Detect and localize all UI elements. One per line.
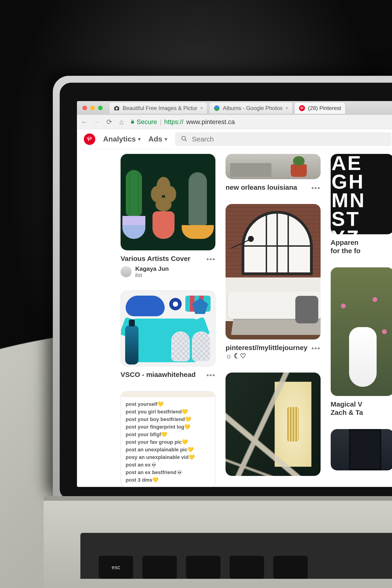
lock-icon [130,118,135,126]
pin-feed: Various Artists Cover ••• Kagaya Jun ils… [77,149,392,487]
note-line: post your fingerprint log💛 [126,423,210,431]
more-icon[interactable]: ••• [312,183,320,190]
laptop-keyboard: esc [80,533,392,579]
chevron-down-icon: ▾ [165,136,167,142]
note-line: post an ex bestfriend💀 [126,468,210,476]
forward-button[interactable]: → [93,118,100,126]
search-input[interactable] [192,135,386,143]
more-icon[interactable]: ••• [312,344,320,350]
pin-card-notes[interactable]: post yourself💛post you girl bestfriend💛p… [120,391,216,487]
pin-author[interactable]: Kagaya Jun ilst [120,266,216,278]
pin-card-marble[interactable] [226,372,320,476]
close-icon[interactable]: × [285,105,288,111]
close-icon[interactable]: × [200,105,203,111]
pin-card-loft[interactable]: pinterest//mylittlejourney ☼ ☾♡ ••• [226,204,320,360]
pin-image [226,372,320,476]
pin-image [226,204,320,340]
note-line: post an unexplainable pic💛 [126,446,210,454]
note-line: post 3 dms💛 [126,476,210,484]
pinterest-logo[interactable] [84,134,95,145]
svg-line-6 [185,140,186,141]
pin-image [226,154,320,179]
pinterest-icon [299,105,305,112]
pin-card-alpha[interactable]: AE GH MN ST YZ 56 Apparen for the fo [331,154,392,255]
note-line: post an ex💀 [126,461,210,468]
key-esc: esc [99,556,133,579]
url-host: www.pinterest.ca [186,118,235,126]
pin-image [120,290,216,366]
nav-label: Analytics [103,135,136,143]
note-line: posy an unexplainable vid💛 [126,454,210,461]
pin-card-nola[interactable]: new orleans louisiana ••• [226,154,320,192]
search-icon [181,136,188,143]
pin-card-garden[interactable]: Magical V Zach & Ta [331,267,392,417]
pin-title: pinterest//mylittlejourney ☼ ☾♡ [226,344,309,360]
svg-point-2 [116,107,118,109]
key-f1 [142,556,177,579]
more-icon[interactable]: ••• [206,254,216,261]
security-label: Secure [137,118,157,126]
nav-ads[interactable]: Ads ▾ [148,135,167,143]
nav-label: Ads [148,135,162,143]
feed-column: Various Artists Cover ••• Kagaya Jun ils… [120,154,216,487]
tab-label: Beautiful Free Images & Pictur [123,105,197,112]
close-window-button[interactable] [82,106,87,110]
pin-image: post yourself💛post you girl bestfriend💛p… [120,391,216,487]
nav-analytics[interactable]: Analytics ▾ [103,135,140,143]
pinterest-header: Analytics ▾ Ads ▾ [77,129,392,149]
pin-title: Apparen for the fo [331,238,360,255]
key-f3 [230,556,264,579]
alpha-text: AE GH MN ST YZ 56 [332,154,392,234]
pin-card-cactus[interactable]: Various Artists Cover ••• Kagaya Jun ils… [120,154,216,278]
pin-image [331,267,392,396]
pin-image [331,429,392,470]
note-line: post your boy bestfriend💛 [126,416,210,423]
browser-tab-google-photos[interactable]: Albums - Google Photos × [209,102,292,114]
url-display[interactable]: Secure | https://www.pinterest.ca [130,118,235,126]
svg-point-3 [299,105,305,111]
pin-image [120,154,216,250]
tab-label: Albums - Google Photos [223,105,282,112]
feed-column: new orleans louisiana ••• pinterest//myl… [226,154,320,476]
tab-label: (28) Pinterest [308,105,341,112]
pin-image: AE GH MN ST YZ 56 [331,154,392,234]
key-f4 [273,556,308,579]
camera-icon [114,105,120,112]
author-name: Kagaya Jun [135,266,169,272]
reload-button[interactable]: ⟳ [106,118,113,126]
browser-tab-pinterest[interactable]: (28) Pinterest [294,102,346,114]
chevron-down-icon: ▾ [138,136,140,142]
note-line: post you girl bestfriend💛 [126,408,210,416]
note-line: post your bf/gf💛 [126,431,210,438]
pin-title: VSCO - miaawhitehead [120,370,196,379]
feed-column: AE GH MN ST YZ 56 Apparen for the fo Mag… [331,154,392,470]
note-line: post your fav group pic💛 [126,438,210,446]
pin-title: new orleans louisiana [226,183,297,192]
zoom-window-button[interactable] [98,106,103,110]
laptop-screen: Beautiful Free Images & Pictur × Albums … [77,101,392,487]
more-icon[interactable]: ••• [206,370,216,377]
pin-card-vsco[interactable]: VSCO - miaawhitehead ••• [120,290,216,379]
svg-rect-4 [131,121,134,123]
key-f2 [186,556,220,579]
note-line: post yourself💛 [126,400,210,408]
svg-rect-1 [116,106,118,107]
url-protocol: https:// [164,118,184,126]
author-sub: ilst [135,272,169,278]
home-button[interactable]: ⌂ [118,118,125,126]
window-controls [82,106,103,110]
browser-tab-unsplash[interactable]: Beautiful Free Images & Pictur × [109,102,207,114]
svg-point-5 [182,136,185,140]
avatar [120,266,132,277]
browser-address-bar: ← → ⟳ ⌂ Secure | https://www.pinterest.c… [77,115,392,129]
search-bar[interactable] [175,132,392,146]
back-button[interactable]: ← [80,118,88,126]
browser-tab-bar: Beautiful Free Images & Pictur × Albums … [77,101,392,115]
pin-title: Various Artists Cover [120,254,190,263]
google-photos-icon [214,105,220,112]
minimize-window-button[interactable] [90,106,95,110]
pin-card-door[interactable] [331,429,392,470]
pin-title: Magical V Zach & Ta [331,400,363,417]
